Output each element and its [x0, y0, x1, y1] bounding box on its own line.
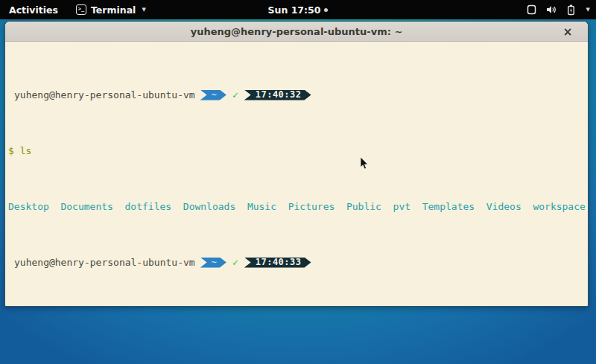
prompt-symbol: $	[8, 145, 14, 156]
powerline-time-segment: 17:40:33	[244, 258, 311, 268]
terminal-app-icon: >_	[76, 4, 86, 15]
app-menu-button[interactable]: >_ Terminal ▼	[69, 0, 153, 19]
powerline-path-segment: ~	[200, 258, 226, 268]
ls-output: Desktop Documents dotfiles Downloads Mus…	[8, 201, 585, 212]
system-status-area[interactable]: ▼	[527, 0, 590, 19]
notification-dot-icon	[324, 8, 328, 12]
powerline-path-segment: ~	[200, 90, 226, 100]
volume-icon	[546, 4, 557, 15]
window-title: yuheng@henry-personal-ubuntu-vm: ~	[191, 26, 403, 37]
prompt-line: yuheng@henry-personal-ubuntu-vm ~ ✓ 17:4…	[8, 89, 585, 100]
app-menu-label: Terminal	[91, 4, 136, 16]
top-bar: Activities >_ Terminal ▼ Sun 17:50	[0, 0, 596, 19]
screen: Activities >_ Terminal ▼ Sun 17:50	[0, 0, 596, 364]
powerline-time-segment: 17:40:32	[244, 90, 311, 100]
terminal-window: yuheng@henry-personal-ubuntu-vm: ~ × yuh…	[4, 21, 589, 307]
mouse-cursor-icon	[360, 157, 369, 173]
close-button[interactable]: ×	[559, 22, 576, 42]
clock-label: Sun 17:50	[268, 4, 321, 16]
window-titlebar[interactable]: yuheng@henry-personal-ubuntu-vm: ~ ×	[5, 22, 588, 42]
exit-status-check-icon: ✓	[232, 257, 238, 268]
chevron-down-icon: ▼	[142, 7, 145, 13]
display-icon	[527, 4, 536, 15]
battery-charging-icon	[567, 4, 575, 16]
activities-button[interactable]: Activities	[0, 0, 69, 19]
terminal-content[interactable]: yuheng@henry-personal-ubuntu-vm ~ ✓ 17:4…	[5, 42, 588, 306]
chevron-down-icon: ▼	[586, 7, 590, 13]
command-line: $ ls	[8, 145, 585, 156]
prompt-user-host: yuheng@henry-personal-ubuntu-vm	[8, 89, 195, 100]
exit-status-check-icon: ✓	[232, 89, 238, 100]
prompt-user-host: yuheng@henry-personal-ubuntu-vm	[8, 257, 195, 268]
command-text: ls	[14, 145, 31, 156]
prompt-line: yuheng@henry-personal-ubuntu-vm ~ ✓ 17:4…	[8, 257, 585, 268]
